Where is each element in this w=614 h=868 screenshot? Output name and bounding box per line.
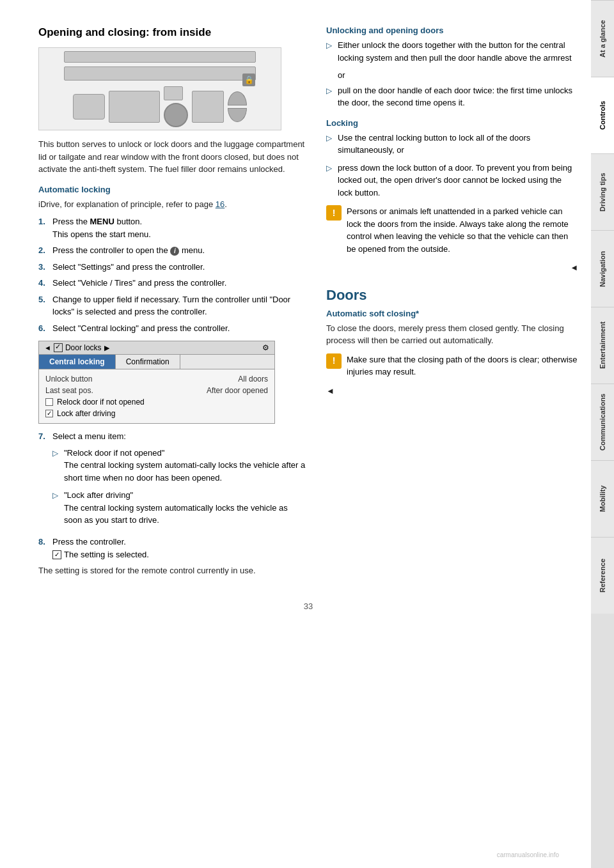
step-number-2: 2.	[38, 244, 49, 257]
step-text-3: Select "Settings" and press the controll…	[52, 261, 307, 274]
lock-driving-checkbox[interactable]	[45, 410, 53, 417]
step7-item2-text: "Lock after driving"The central locking …	[64, 489, 307, 527]
auto-soft-closing-text: To close the doors, merely press them cl…	[326, 322, 578, 347]
sidebar-tab-controls[interactable]: Controls	[591, 77, 614, 153]
warning-icon-1: !	[326, 205, 342, 221]
arrow-icon-1: ▷	[52, 447, 60, 484]
step-2: 2. Press the controller to open the i me…	[38, 244, 307, 257]
step-text-8: Press the controller. ✓ The setting is s…	[52, 536, 307, 561]
sidebar-tab-driving-tips[interactable]: Driving tips	[591, 153, 614, 230]
warning-text-1: Persons or animals left unattended in a …	[347, 205, 578, 255]
sidebar-tab-entertainment[interactable]: Entertainment	[591, 307, 614, 384]
unlocking-item-1: ▷ Either unlock the doors together with …	[326, 39, 578, 64]
door-locks-title: Door locks	[65, 343, 102, 352]
step-number-3: 3.	[38, 261, 49, 274]
step-3: 3. Select "Settings" and press the contr…	[38, 261, 307, 274]
unlock-button-label: Unlock button	[45, 375, 92, 384]
relock-option: Relock door if not opened	[45, 396, 268, 408]
doors-heading: Doors	[326, 287, 578, 304]
sidebar-tab-at-a-glance[interactable]: At a glance	[591, 0, 614, 77]
locking-text-2: press down the lock button of a door. To…	[338, 162, 578, 199]
right-arrow-icon: ▶	[104, 344, 109, 352]
step-5: 5. Change to upper field if necessary. T…	[38, 293, 307, 318]
arrow-icon-lock-1: ▷	[326, 132, 334, 157]
unlocking-list: ▷ Either unlock the doors together with …	[326, 39, 578, 109]
relock-checkbox[interactable]	[45, 398, 53, 406]
step-1: 1. Press the MENU button.This opens the …	[38, 215, 307, 240]
sidebar: At a glance Controls Driving tips Naviga…	[591, 0, 614, 868]
unlocking-text-1: Either unlock the doors together with th…	[338, 39, 578, 64]
step-number-4: 4.	[38, 277, 49, 290]
step-4: 4. Select "Vehicle / Tires" and press th…	[38, 277, 307, 290]
watermark: carmanualsonline.info	[497, 851, 559, 858]
step-number-8: 8.	[38, 536, 49, 561]
main-heading: Opening and closing: from inside	[38, 26, 307, 40]
locking-item-1: ▷ Use the central locking button to lock…	[326, 132, 578, 157]
door-locks-tabs: Central locking Confirmation	[39, 355, 274, 369]
or-text: or	[326, 69, 578, 82]
locking-heading: Locking	[326, 118, 578, 128]
arrow-icon-2: ▷	[52, 490, 60, 527]
unlock-button-value: All doors	[238, 375, 268, 384]
door-locks-widget: ◄ Door locks ▶ ⚙ Central locking Confirm…	[38, 341, 275, 424]
page-number: 33	[38, 601, 578, 611]
automatic-locking-heading: Automatic locking	[38, 185, 307, 194]
checkmark-widget-icon	[54, 343, 63, 352]
warning-icon-2: !	[326, 353, 342, 369]
step-6: 6. Select "Central locking" and press th…	[38, 322, 307, 335]
arrow-icon-unlock-1: ▷	[326, 40, 334, 64]
locking-text-1: Use the central locking button to lock a…	[338, 132, 578, 157]
step-number-5: 5.	[38, 293, 49, 318]
step-text-5: Change to upper field if necessary. Turn…	[52, 293, 307, 318]
locking-list: ▷ Use the central locking button to lock…	[326, 132, 578, 199]
door-locks-body: Unlock button All doors Last seat pos. A…	[39, 369, 274, 423]
nav-arrows: ◄ Door locks ▶	[44, 343, 109, 352]
step7-item1: ▷ "Relock door if not opened"The central…	[52, 447, 307, 484]
relock-label: Relock door if not opened	[57, 398, 145, 407]
unlocking-text-2: pull on the door handle of each door twi…	[338, 84, 578, 109]
warning-box-1: ! Persons or animals left unattended in …	[326, 205, 578, 255]
locking-item-2: ▷ press down the lock button of a door. …	[326, 162, 578, 199]
sidebar-tab-mobility[interactable]: Mobility	[591, 460, 614, 537]
idrive-intro: iDrive, for explanation of principle, re…	[38, 198, 307, 211]
settings-icon: ⚙	[262, 343, 269, 352]
step-number-6: 6.	[38, 322, 49, 335]
left-arrow-icon: ◄	[44, 344, 51, 352]
sidebar-tab-communications[interactable]: Communications	[591, 384, 614, 460]
last-seat-value: After door opened	[207, 386, 268, 395]
or-item: or	[326, 69, 578, 82]
sidebar-tab-reference[interactable]: Reference	[591, 537, 614, 614]
step7-sub-list: ▷ "Relock door if not opened"The central…	[52, 447, 307, 527]
step-text-7: Select a menu item: ▷ "Relock door if no…	[52, 430, 307, 532]
car-panel-image: 🔒	[38, 47, 281, 130]
unlock-button-row: Unlock button All doors	[45, 373, 268, 385]
arrow-icon-lock-2: ▷	[326, 162, 334, 199]
sidebar-tab-navigation[interactable]: Navigation	[591, 230, 614, 307]
door-locks-header: ◄ Door locks ▶ ⚙	[39, 341, 274, 355]
setting-selected-text: The setting is selected.	[64, 548, 149, 561]
step-text-2: Press the controller to open the i menu.	[52, 244, 307, 257]
warning-text-2: Make sure that the closing path of the d…	[347, 353, 578, 378]
confirmation-tab[interactable]: Confirmation	[116, 355, 180, 369]
end-marker-1: ◄	[326, 261, 578, 274]
arrow-icon-unlock-2: ▷	[326, 85, 334, 109]
steps-list: 1. Press the MENU button.This opens the …	[38, 215, 307, 334]
lock-after-driving-option: Lock after driving	[45, 408, 268, 419]
step-8: 8. Press the controller. ✓ The setting i…	[38, 536, 307, 561]
auto-soft-closing-heading: Automatic soft closing*	[326, 309, 578, 318]
step-number-1: 1.	[38, 215, 49, 240]
central-locking-tab[interactable]: Central locking	[39, 355, 116, 369]
intro-text: This button serves to unlock or lock doo…	[38, 138, 307, 176]
step7-item1-text: "Relock door if not opened"The central l…	[64, 447, 307, 484]
step-text-1: Press the MENU button.This opens the sta…	[52, 215, 307, 240]
step7-item2: ▷ "Lock after driving"The central lockin…	[52, 489, 307, 527]
step-7: 7. Select a menu item: ▷ "Relock door if…	[38, 430, 307, 532]
unlocking-heading: Unlocking and opening doors	[326, 26, 578, 35]
lock-driving-label: Lock after driving	[57, 409, 115, 418]
stored-text: The setting is stored for the remote con…	[38, 564, 307, 577]
check-box-icon: ✓	[52, 550, 61, 559]
unlocking-item-2: ▷ pull on the door handle of each door t…	[326, 84, 578, 109]
info-icon: i	[170, 247, 179, 256]
step-number-7: 7.	[38, 430, 49, 532]
last-seat-label: Last seat pos.	[45, 386, 93, 395]
